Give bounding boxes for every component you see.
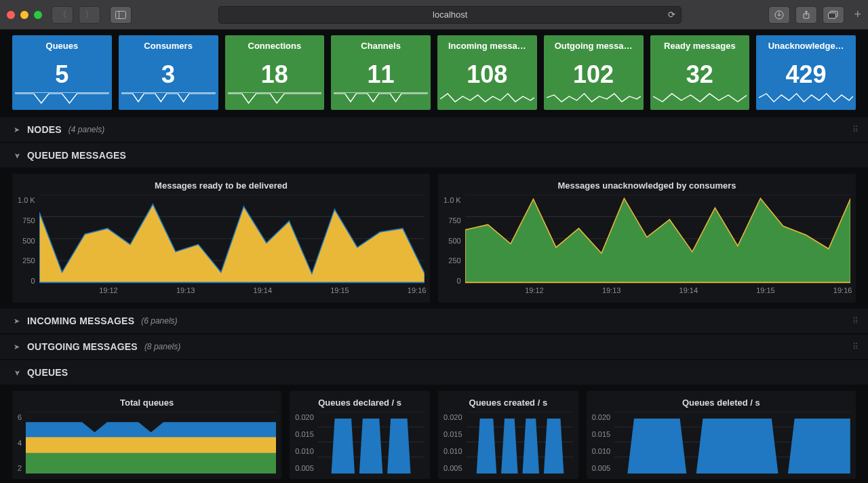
stat-consumers[interactable]: Consumers 3	[119, 35, 218, 110]
svg-marker-38	[614, 419, 850, 474]
section-title: OUTGOING MESSAGES	[27, 341, 138, 352]
stat-outgoing[interactable]: Outgoing messa… 102	[544, 35, 644, 110]
section-outgoing-messages[interactable]: ➤ OUTGOING MESSAGES (8 panels) ⠿	[0, 334, 868, 360]
maximize-icon[interactable]	[34, 11, 42, 19]
stat-value: 11	[368, 60, 395, 89]
y-axis: 1.0 K 750 500 250 0	[443, 195, 461, 297]
stat-value: 32	[686, 60, 713, 89]
drag-handle-icon[interactable]: ⠿	[852, 125, 860, 134]
dashboard: Queues 5 Consumers 3 Connections 18 Chan…	[0, 30, 868, 483]
share-icon	[802, 10, 811, 20]
stat-title: Consumers	[144, 41, 193, 51]
address-bar[interactable]: localhost ⟳	[218, 6, 682, 24]
chart-area	[614, 412, 850, 474]
panel-messages-ready[interactable]: Messages ready to be delivered 1.0 K 750…	[12, 174, 430, 303]
section-count: (6 panels)	[141, 316, 177, 326]
stat-value: 108	[467, 60, 507, 89]
chevron-right-icon: ➤	[14, 343, 20, 351]
stat-value: 5	[55, 60, 68, 89]
drag-handle-icon[interactable]: ⠿	[852, 316, 860, 326]
section-queues[interactable]: ➤ QUEUES	[0, 360, 868, 385]
stat-channels[interactable]: Channels 11	[331, 35, 431, 110]
chart-area	[26, 412, 276, 474]
stat-value: 18	[261, 60, 288, 89]
tabs-button[interactable]	[823, 6, 844, 24]
sparkline	[228, 87, 322, 107]
sidebar-toggle-button[interactable]	[110, 6, 132, 24]
sparkline	[547, 87, 641, 107]
sparkline	[653, 87, 747, 107]
section-queued-messages[interactable]: ➤ QUEUED MESSAGES	[0, 142, 868, 168]
section-nodes[interactable]: ➤ NODES (4 panels) ⠿	[0, 117, 868, 142]
sparkline	[15, 87, 109, 107]
y-axis: 0.020 0.015 0.010 0.005	[592, 412, 611, 474]
stat-title: Incoming messa…	[448, 41, 526, 51]
close-icon[interactable]	[7, 11, 15, 19]
chart-area: 19:12 19:13 19:14 19:15 19:16	[465, 195, 850, 297]
section-count: (4 panels)	[68, 125, 104, 134]
chart-area	[318, 412, 425, 474]
new-tab-button[interactable]: +	[854, 7, 861, 22]
minimize-icon[interactable]	[20, 11, 28, 19]
sparkline	[440, 87, 534, 107]
share-button[interactable]	[795, 6, 817, 24]
panel-queues-deleted[interactable]: Queues deleted / s 0.020 0.015 0.010 0.0…	[587, 391, 856, 479]
y-axis: 0.020 0.015 0.010 0.005	[295, 412, 314, 474]
panel-title: Messages unacknowledged by consumers	[443, 180, 850, 191]
stat-title: Unacknowledge…	[768, 41, 844, 51]
stat-row: Queues 5 Consumers 3 Connections 18 Chan…	[0, 35, 868, 117]
sparkline	[759, 87, 853, 107]
y-axis: 0.020 0.015 0.010 0.005	[443, 412, 462, 474]
panel-title: Total queues	[18, 398, 276, 408]
forward-button[interactable]: 〉	[79, 6, 100, 24]
stat-title: Channels	[361, 41, 401, 51]
chart-area: 19:12 19:13 19:14 19:15 19:16	[39, 195, 425, 297]
sparkline	[334, 87, 428, 107]
stat-queues[interactable]: Queues 5	[12, 35, 112, 110]
address-text: localhost	[433, 9, 467, 20]
back-button[interactable]: 〈	[52, 6, 73, 24]
stat-value: 102	[573, 60, 614, 89]
chevron-down-icon: ➤	[13, 369, 22, 376]
stat-title: Ready messages	[664, 41, 736, 51]
y-axis: 1.0 K 750 500 250 0	[18, 195, 35, 297]
panel-queues-created[interactable]: Queues created / s 0.020 0.015 0.010 0.0…	[438, 391, 578, 479]
chevron-down-icon: ➤	[13, 152, 22, 159]
stat-connections[interactable]: Connections 18	[225, 35, 325, 110]
section-incoming-messages[interactable]: ➤ INCOMING MESSAGES (6 panels) ⠿	[0, 308, 868, 334]
stat-unacked[interactable]: Unacknowledge… 429	[756, 35, 856, 110]
panel-title: Queues deleted / s	[592, 398, 850, 408]
stat-value: 429	[786, 60, 827, 89]
svg-rect-5	[829, 13, 836, 18]
stat-value: 3	[161, 60, 175, 89]
reload-icon[interactable]: ⟳	[668, 9, 675, 20]
x-axis: 19:12 19:13 19:14 19:15 19:16	[465, 286, 850, 297]
stat-ready[interactable]: Ready messages 32	[650, 35, 750, 110]
queues-panels: Total queues 6 4 2 Queues dec	[0, 385, 868, 483]
section-title: INCOMING MESSAGES	[27, 315, 134, 326]
panel-title: Queues declared / s	[295, 398, 425, 408]
panel-messages-unacked[interactable]: Messages unacknowledged by consumers 1.0…	[438, 174, 856, 303]
chart-area	[467, 412, 573, 474]
window-controls	[7, 11, 42, 19]
drag-handle-icon[interactable]: ⠿	[852, 342, 860, 351]
section-title: QUEUES	[27, 367, 68, 378]
svg-rect-0	[116, 11, 126, 18]
sidebar-icon	[115, 11, 126, 19]
stat-title: Outgoing messa…	[555, 41, 633, 51]
stat-incoming[interactable]: Incoming messa… 108	[437, 35, 537, 110]
section-title: QUEUED MESSAGES	[27, 150, 126, 161]
panel-queues-declared[interactable]: Queues declared / s 0.020 0.015 0.010 0.…	[290, 391, 430, 479]
sparkline	[121, 87, 216, 107]
section-title: NODES	[27, 124, 62, 135]
panel-total-queues[interactable]: Total queues 6 4 2	[12, 391, 281, 479]
chevron-right-icon: ➤	[14, 317, 20, 326]
downloads-button[interactable]	[768, 6, 790, 24]
tabs-icon	[828, 11, 839, 19]
x-axis: 19:12 19:13 19:14 19:15 19:16	[39, 286, 425, 297]
download-icon	[774, 10, 784, 20]
stat-title: Queues	[46, 41, 79, 51]
section-count: (8 panels)	[144, 342, 180, 351]
stat-title: Connections	[248, 41, 302, 51]
chevron-right-icon: ➤	[14, 125, 20, 134]
